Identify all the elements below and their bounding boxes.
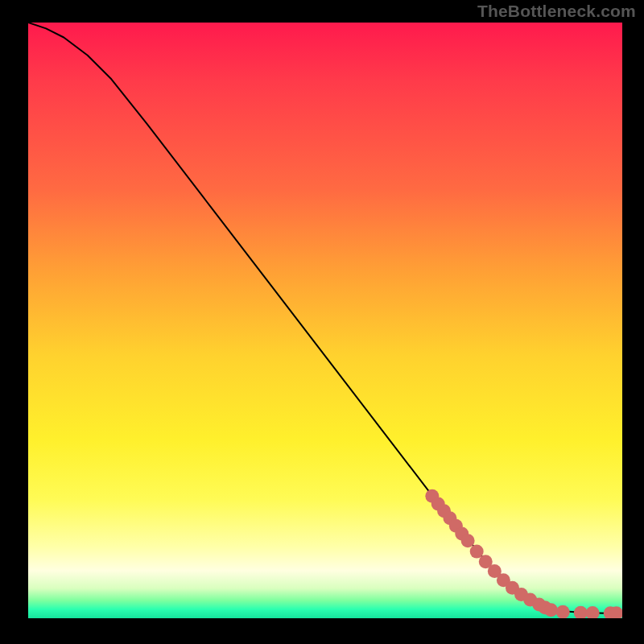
data-point <box>544 603 558 617</box>
data-point <box>556 605 570 618</box>
data-points <box>425 489 622 618</box>
chart-overlay <box>28 23 622 618</box>
plot-area <box>28 23 622 618</box>
data-point <box>586 606 600 618</box>
data-point <box>574 606 588 618</box>
data-point <box>461 534 475 547</box>
bottleneck-curve <box>28 23 622 613</box>
watermark-text: TheBottleneck.com <box>477 2 636 21</box>
chart-frame: TheBottleneck.com <box>0 0 644 644</box>
